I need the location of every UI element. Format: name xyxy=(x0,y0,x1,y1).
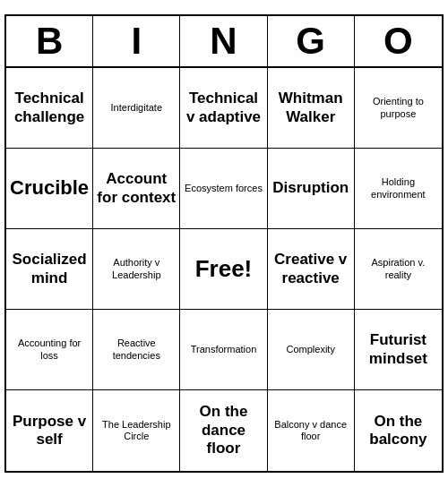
bingo-cell-7: Ecosystem forces xyxy=(180,149,267,229)
bingo-cell-14: Aspiration v. reality xyxy=(355,229,442,310)
bingo-cell-24: On the balcony xyxy=(355,390,442,471)
bingo-cell-6: Account for context xyxy=(93,149,180,229)
bingo-cell-1: Interdigitate xyxy=(93,68,180,149)
bingo-cell-15: Accounting for loss xyxy=(6,310,93,390)
bingo-card: BINGO Technical challengeInterdigitateTe… xyxy=(4,14,444,473)
bingo-cell-18: Complexity xyxy=(268,310,355,390)
bingo-cell-3: Whitman Walker xyxy=(268,68,355,149)
bingo-cell-21: The Leadership Circle xyxy=(93,390,180,471)
bingo-grid: Technical challengeInterdigitateTechnica… xyxy=(6,68,442,471)
bingo-cell-19: Futurist mindset xyxy=(355,310,442,390)
header-letter-b: B xyxy=(6,16,93,66)
bingo-cell-8: Disruption xyxy=(268,149,355,229)
header-letter-i: I xyxy=(93,16,180,66)
bingo-cell-2: Technical v adaptive xyxy=(180,68,267,149)
bingo-cell-9: Holding environment xyxy=(355,149,442,229)
bingo-header: BINGO xyxy=(6,16,442,68)
bingo-cell-22: On the dance floor xyxy=(180,390,267,471)
bingo-cell-4: Orienting to purpose xyxy=(355,68,442,149)
header-letter-n: N xyxy=(180,16,267,66)
bingo-cell-17: Transformation xyxy=(180,310,267,390)
header-letter-o: O xyxy=(355,16,442,66)
bingo-cell-20: Purpose v self xyxy=(6,390,93,471)
bingo-cell-10: Socialized mind xyxy=(6,229,93,310)
header-letter-g: G xyxy=(268,16,355,66)
bingo-cell-5: Crucible xyxy=(6,149,93,229)
bingo-cell-13: Creative v reactive xyxy=(268,229,355,310)
bingo-cell-12: Free! xyxy=(180,229,267,310)
bingo-cell-16: Reactive tendencies xyxy=(93,310,180,390)
bingo-cell-0: Technical challenge xyxy=(6,68,93,149)
bingo-cell-23: Balcony v dance floor xyxy=(268,390,355,471)
bingo-cell-11: Authority v Leadership xyxy=(93,229,180,310)
